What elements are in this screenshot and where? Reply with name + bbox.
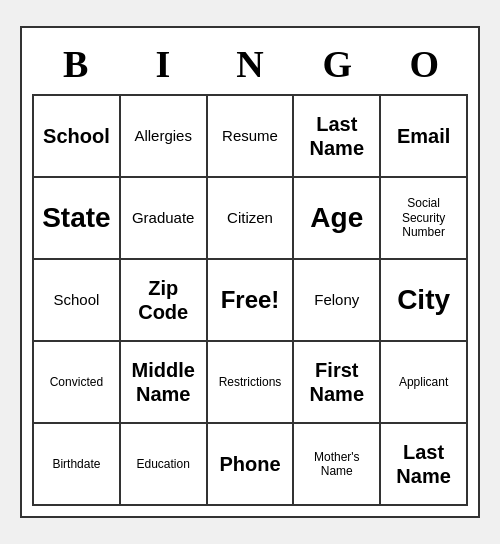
cell-label: Convicted: [50, 375, 103, 389]
cell-label: LastName: [396, 440, 450, 488]
header-letter: B: [32, 38, 119, 90]
cell-r0-c0: School: [34, 96, 121, 178]
cell-r0-c2: Resume: [208, 96, 295, 178]
cell-label: School: [43, 124, 110, 148]
cell-r1-c2: Citizen: [208, 178, 295, 260]
cell-r2-c3: Felony: [294, 260, 381, 342]
cell-label: ZipCode: [138, 276, 188, 324]
cell-label: Mother'sName: [314, 450, 360, 479]
cell-label: Birthdate: [52, 457, 100, 471]
cell-r4-c4: LastName: [381, 424, 468, 506]
cell-label: City: [397, 283, 450, 317]
cell-label: Allergies: [134, 127, 192, 145]
cell-r3-c2: Restrictions: [208, 342, 295, 424]
cell-label: Free!: [221, 286, 280, 315]
header-letter: I: [119, 38, 206, 90]
cell-label: Age: [310, 201, 363, 235]
cell-label: Applicant: [399, 375, 448, 389]
cell-label: School: [53, 291, 99, 309]
cell-r0-c3: LastName: [294, 96, 381, 178]
cell-r3-c1: MiddleName: [121, 342, 208, 424]
cell-r2-c2: Free!: [208, 260, 295, 342]
cell-label: FirstName: [310, 358, 364, 406]
cell-label: Restrictions: [219, 375, 282, 389]
cell-r3-c3: FirstName: [294, 342, 381, 424]
cell-r4-c0: Birthdate: [34, 424, 121, 506]
cell-label: MiddleName: [132, 358, 195, 406]
cell-r2-c0: School: [34, 260, 121, 342]
cell-label: Citizen: [227, 209, 273, 227]
header-letter: N: [206, 38, 293, 90]
cell-r3-c4: Applicant: [381, 342, 468, 424]
cell-r3-c0: Convicted: [34, 342, 121, 424]
header-letter: G: [294, 38, 381, 90]
cell-label: Education: [137, 457, 190, 471]
cell-label: Email: [397, 124, 450, 148]
cell-label: Felony: [314, 291, 359, 309]
cell-r1-c3: Age: [294, 178, 381, 260]
cell-r4-c1: Education: [121, 424, 208, 506]
bingo-grid: SchoolAllergiesResumeLastNameEmailStateG…: [32, 94, 468, 506]
header-letter: O: [381, 38, 468, 90]
cell-r1-c1: Graduate: [121, 178, 208, 260]
cell-r0-c1: Allergies: [121, 96, 208, 178]
bingo-header: BINGO: [32, 38, 468, 90]
cell-r2-c1: ZipCode: [121, 260, 208, 342]
cell-label: LastName: [310, 112, 364, 160]
cell-r4-c3: Mother'sName: [294, 424, 381, 506]
cell-r1-c4: SocialSecurityNumber: [381, 178, 468, 260]
cell-label: State: [42, 201, 110, 235]
cell-r1-c0: State: [34, 178, 121, 260]
cell-label: Phone: [219, 452, 280, 476]
cell-r2-c4: City: [381, 260, 468, 342]
cell-r4-c2: Phone: [208, 424, 295, 506]
cell-r0-c4: Email: [381, 96, 468, 178]
bingo-card: BINGO SchoolAllergiesResumeLastNameEmail…: [20, 26, 480, 518]
cell-label: SocialSecurityNumber: [402, 196, 445, 239]
cell-label: Graduate: [132, 209, 195, 227]
cell-label: Resume: [222, 127, 278, 145]
